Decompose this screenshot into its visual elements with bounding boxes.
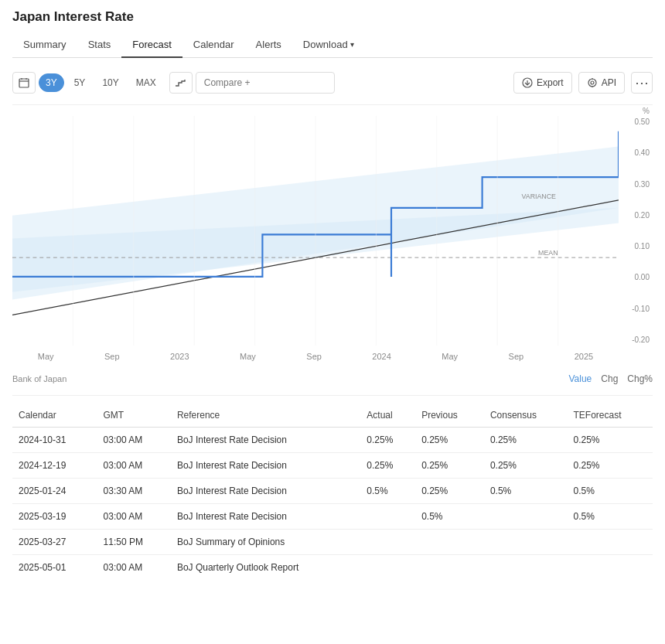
x-label-2025: 2025 xyxy=(575,352,593,361)
table-cell-6 xyxy=(568,555,653,581)
value-toggle[interactable]: Value xyxy=(568,373,592,384)
table-cell-5 xyxy=(484,530,568,555)
calendar-icon xyxy=(19,77,29,88)
x-label-sep-2: Sep xyxy=(306,352,322,361)
x-label-may-1: May xyxy=(38,352,54,361)
table-cell-6: 0.5% xyxy=(568,504,653,530)
period-10y-button[interactable]: 10Y xyxy=(95,73,125,92)
api-icon xyxy=(587,77,598,88)
svg-rect-0 xyxy=(19,79,29,87)
table-cell-0: 2025-03-27 xyxy=(12,530,97,555)
calendar-picker-button[interactable] xyxy=(12,72,36,94)
table-cell-4 xyxy=(415,530,484,555)
table-cell-0: 2025-01-24 xyxy=(12,479,97,504)
y-label-050: 0.50 xyxy=(620,118,653,126)
table-cell-6 xyxy=(568,530,653,555)
table-cell-3 xyxy=(360,555,415,581)
tab-summary[interactable]: Summary xyxy=(12,32,77,58)
table-cell-1: 03:00 AM xyxy=(97,504,171,530)
col-header-reference: Reference xyxy=(171,404,360,428)
x-label-2024: 2024 xyxy=(372,352,390,361)
more-options-button[interactable]: ⋯ xyxy=(631,72,653,94)
chart-type-button[interactable] xyxy=(169,72,193,94)
api-label: API xyxy=(602,77,616,88)
table-cell-3 xyxy=(360,504,415,530)
table-cell-2: BoJ Interest Rate Decision xyxy=(171,504,360,530)
y-label-000: 0.00 xyxy=(620,273,653,281)
toolbar-left: 3Y 5Y 10Y MAX xyxy=(12,72,335,94)
period-3y-button[interactable]: 3Y xyxy=(39,73,64,92)
table-cell-1: 11:50 PM xyxy=(97,530,171,555)
col-header-teforecast: TEForecast xyxy=(568,404,653,428)
table-cell-4: 0.5% xyxy=(415,504,484,530)
period-max-button[interactable]: MAX xyxy=(129,73,163,92)
tab-calendar[interactable]: Calendar xyxy=(182,32,245,58)
table-cell-0: 2025-03-19 xyxy=(12,504,97,530)
tab-forecast[interactable]: Forecast xyxy=(121,32,182,58)
col-header-consensus: Consensus xyxy=(484,404,568,428)
step-chart-icon xyxy=(175,78,187,87)
api-button[interactable]: API xyxy=(578,72,625,94)
chart-controls: Value Chg Chg% xyxy=(568,373,653,384)
compare-input[interactable] xyxy=(196,72,335,94)
export-icon xyxy=(522,77,533,88)
chgpct-toggle[interactable]: Chg% xyxy=(627,373,653,384)
y-label-040: 0.40 xyxy=(620,148,653,157)
table-cell-5: 0.25% xyxy=(484,453,568,479)
tab-stats[interactable]: Stats xyxy=(77,32,122,58)
table-cell-2: BoJ Summary of Opinions xyxy=(171,530,360,555)
table-cell-1: 03:30 AM xyxy=(97,479,171,504)
y-label-020: 0.20 xyxy=(620,211,653,220)
chart-container: % xyxy=(12,104,653,367)
x-label-may-2: May xyxy=(240,352,256,361)
percent-axis-label: % xyxy=(643,107,650,115)
table-header: Calendar GMT Reference Actual Previous C… xyxy=(12,404,653,428)
variance-text: VARIANCE xyxy=(522,193,556,200)
export-label: Export xyxy=(537,77,564,88)
table-body: 2024-10-3103:00 AMBoJ Interest Rate Deci… xyxy=(12,428,653,581)
table-row: 2025-05-0103:00 AMBoJ Quarterly Outlook … xyxy=(12,555,653,581)
forecast-chart: VARIANCE MEAN xyxy=(12,116,619,346)
y-label-neg020: -0.20 xyxy=(620,336,653,344)
table-cell-1: 03:00 AM xyxy=(97,453,171,479)
chg-toggle[interactable]: Chg xyxy=(601,373,618,384)
tab-alerts[interactable]: Alerts xyxy=(245,32,292,58)
col-header-actual: Actual xyxy=(360,404,415,428)
toolbar: 3Y 5Y 10Y MAX Export xyxy=(12,67,653,98)
y-label-010: 0.10 xyxy=(620,242,653,250)
more-icon: ⋯ xyxy=(635,76,649,90)
table-cell-4 xyxy=(415,555,484,581)
mean-text: MEAN xyxy=(538,249,558,257)
page-container: Japan Interest Rate Summary Stats Foreca… xyxy=(0,0,665,644)
table-cell-0: 2024-10-31 xyxy=(12,428,97,453)
x-axis: May Sep 2023 May Sep 2024 May Sep 2025 xyxy=(12,346,619,367)
page-title: Japan Interest Rate xyxy=(12,9,653,25)
period-5y-button[interactable]: 5Y xyxy=(67,73,93,92)
table-cell-6: 0.25% xyxy=(568,453,653,479)
table-cell-2: BoJ Interest Rate Decision xyxy=(171,428,360,453)
y-axis: 0.50 0.40 0.30 0.20 0.10 0.00 -0.10 -0.2… xyxy=(620,116,653,346)
export-button[interactable]: Export xyxy=(513,72,572,94)
y-label-030: 0.30 xyxy=(620,180,653,189)
table-row: 2025-01-2403:30 AMBoJ Interest Rate Deci… xyxy=(12,479,653,504)
chart-footer: Bank of Japan Value Chg Chg% xyxy=(12,370,653,387)
data-table: Calendar GMT Reference Actual Previous C… xyxy=(12,404,653,580)
download-chevron-icon: ▾ xyxy=(350,40,354,49)
col-header-calendar: Calendar xyxy=(12,404,97,428)
table-cell-5 xyxy=(484,555,568,581)
chart-source: Bank of Japan xyxy=(12,374,66,383)
table-cell-5: 0.5% xyxy=(484,479,568,504)
divider xyxy=(12,395,653,396)
x-label-2023: 2023 xyxy=(170,352,189,361)
table-cell-6: 0.5% xyxy=(568,479,653,504)
table-cell-6: 0.25% xyxy=(568,428,653,453)
tab-download[interactable]: Download ▾ xyxy=(292,32,365,58)
table-cell-3: 0.5% xyxy=(360,479,415,504)
toolbar-right: Export API ⋯ xyxy=(513,72,653,94)
y-label-neg010: -0.10 xyxy=(620,305,653,313)
table-cell-2: BoJ Quarterly Outlook Report xyxy=(171,555,360,581)
svg-point-7 xyxy=(591,81,594,84)
x-label-sep-1: Sep xyxy=(104,352,120,361)
col-header-previous: Previous xyxy=(415,404,484,428)
table-cell-0: 2025-05-01 xyxy=(12,555,97,581)
